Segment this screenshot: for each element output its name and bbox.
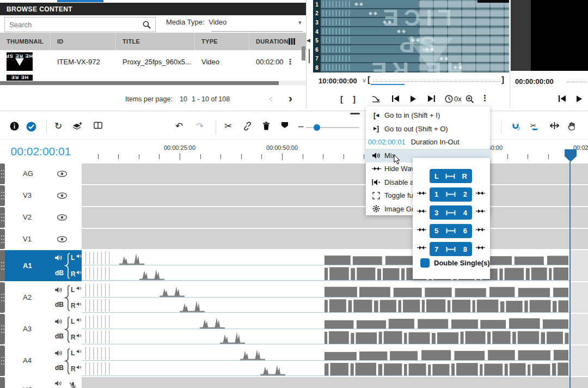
track-drag-handle[interactable] (0, 345, 5, 376)
speaker-icon[interactable] (76, 365, 82, 369)
video-track-timeline[interactable] (82, 163, 588, 184)
track-drag-handle[interactable] (0, 282, 5, 313)
audio-clip-lane[interactable] (82, 298, 569, 313)
magnet-icon[interactable] (511, 122, 520, 131)
speaker-icon[interactable] (54, 318, 63, 325)
marker-icon[interactable] (281, 122, 289, 129)
source-prev-frame-icon[interactable] (392, 95, 399, 102)
mark-in-handle[interactable]: [ (367, 75, 370, 84)
speaker-icon[interactable] (76, 302, 82, 306)
audio-clip-lane[interactable] (82, 345, 569, 361)
track-header-ag[interactable]: AG (0, 163, 82, 184)
prev-page-icon[interactable]: ‹ (269, 92, 273, 105)
eye-icon[interactable] (57, 214, 68, 221)
db-label[interactable]: dB (55, 301, 64, 308)
items-per-page-value[interactable]: 10 (180, 95, 187, 103)
col-title[interactable]: TITLE (116, 33, 195, 50)
timecode-dropdown-icon[interactable]: ∨ (362, 77, 366, 84)
source-mark-out-button[interactable]: ] (353, 95, 356, 103)
double-singles-option[interactable]: Double Single(s) (420, 258, 490, 268)
track-drag-handle[interactable] (0, 229, 5, 249)
track-header-vo[interactable]: VO (0, 377, 82, 388)
column-settings-icon[interactable] (289, 38, 296, 45)
track-drag-handle[interactable] (0, 377, 5, 388)
vertical-scrollbar[interactable] (301, 34, 306, 81)
right-channel-label[interactable]: R (71, 302, 76, 310)
search-icon[interactable] (143, 21, 151, 29)
audio-clip-lane[interactable] (82, 314, 569, 329)
select-check-icon[interactable] (26, 122, 36, 132)
horizontal-scrollbar[interactable] (0, 81, 306, 86)
audio-clip-lane[interactable] (82, 282, 569, 298)
audio-clip-lane[interactable] (82, 361, 569, 376)
channel-pair-button-3-4[interactable]: 34 (430, 205, 472, 220)
audio-clip-lane[interactable] (82, 265, 569, 281)
track-drag-handle[interactable] (0, 185, 5, 206)
channel-pair-button-1-2[interactable]: 12 (430, 187, 472, 202)
right-channel-label[interactable]: R (71, 334, 76, 341)
redo-icon[interactable]: ↷ (196, 122, 204, 131)
left-channel-label[interactable]: L (71, 349, 75, 357)
track-drag-handle[interactable] (0, 250, 5, 281)
track-header-a3[interactable]: A3dBLR (0, 314, 82, 344)
source-zoom-icon[interactable] (465, 95, 474, 104)
video-track-timeline[interactable] (82, 185, 588, 206)
track-drag-handle[interactable] (0, 314, 5, 344)
track-header-v3[interactable]: V3 (0, 185, 82, 206)
media-type-dropdown[interactable]: Media Type: Video ▾ (166, 18, 303, 31)
video-track-timeline[interactable] (82, 229, 588, 249)
scissors-icon[interactable]: ✂ (224, 122, 232, 131)
speaker-icon[interactable] (76, 349, 82, 354)
col-duration[interactable]: DURATION (249, 33, 289, 50)
eye-icon[interactable] (57, 171, 68, 177)
speaker-icon[interactable] (54, 350, 63, 356)
record-prev-frame-icon[interactable] (559, 95, 566, 102)
col-type[interactable]: TYPE (195, 33, 249, 50)
left-channel-label[interactable]: L (71, 286, 75, 294)
speaker-icon[interactable] (54, 254, 63, 261)
audio-clip-lane[interactable] (82, 250, 569, 265)
table-row-partial[interactable]: HE RE (7, 75, 33, 81)
record-play-icon[interactable] (576, 95, 583, 102)
db-label[interactable]: dB (55, 332, 64, 340)
speaker-icon[interactable] (76, 334, 82, 338)
chevron-down-icon[interactable]: ▾ (298, 19, 302, 26)
track-drag-handle[interactable] (0, 207, 5, 228)
source-speed-icon[interactable] (445, 95, 453, 103)
speaker-icon[interactable] (76, 254, 82, 258)
unlink-icon[interactable] (243, 122, 252, 131)
track-header-v2[interactable]: V2 (0, 207, 82, 228)
speaker-icon[interactable] (76, 286, 82, 290)
table-row[interactable]: HE RE SP LICE ITEM-VX-972 Proxy_25fps_96… (0, 50, 306, 73)
row-kebab-icon[interactable]: ⋮ (286, 57, 295, 66)
source-play-icon[interactable] (410, 95, 416, 102)
channel-pair-button-5-6[interactable]: 56 (430, 224, 472, 238)
db-label[interactable]: dB (55, 364, 64, 372)
col-id[interactable]: ID (51, 33, 116, 50)
trash-icon[interactable] (262, 122, 270, 130)
track-header-a2[interactable]: A2dBLR (0, 282, 82, 313)
left-channel-label[interactable]: L (71, 318, 75, 325)
speaker-icon[interactable] (76, 270, 82, 275)
source-scrub-bar[interactable] (373, 81, 501, 82)
right-channel-label[interactable]: R (71, 270, 76, 278)
search-input[interactable] (5, 21, 143, 29)
speaker-icon[interactable] (54, 380, 62, 386)
hand-icon[interactable] (567, 122, 576, 131)
undo-icon[interactable]: ↶ (175, 122, 183, 131)
video-track-timeline[interactable] (82, 207, 588, 228)
split-view-icon[interactable] (94, 122, 102, 129)
mic-off-icon[interactable] (69, 381, 77, 388)
channel-pair-button-l-r[interactable]: LR (430, 169, 472, 183)
timeline-ruler[interactable]: 00:00:25:0000:00:50:0000:01:15:0000:01:4… (82, 139, 588, 163)
channel-pair-button-7-8[interactable]: 78 (430, 242, 472, 256)
razor-icon[interactable]: ✂ (530, 122, 540, 131)
trim-icon[interactable] (550, 122, 559, 130)
source-mark-in-button[interactable]: [ (340, 95, 343, 103)
panel-collapse-handle[interactable] (350, 113, 360, 114)
track-header-a1[interactable]: A1dBLR (0, 250, 82, 281)
source-kebab-icon[interactable]: ⋮ (481, 94, 489, 102)
right-channel-label[interactable]: R (71, 365, 76, 373)
speaker-icon[interactable] (76, 318, 82, 322)
left-channel-label[interactable]: L (71, 254, 75, 262)
